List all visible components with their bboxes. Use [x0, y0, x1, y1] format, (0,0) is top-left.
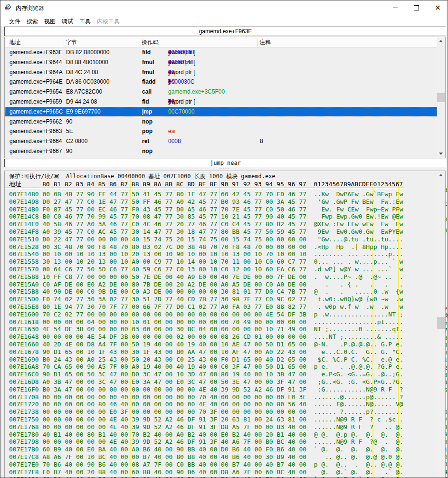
- hex-row[interactable]: 007E16A8 70 CA 65 00 90 A5 7F 00 A0 19 4…: [9, 363, 444, 371]
- hexview-scrollbar[interactable]: [437, 171, 445, 478]
- instruction-mnemonic: ret: [142, 136, 149, 146]
- app-icon: ⚙: [5, 3, 13, 11]
- hex-row[interactable]: 007E1540 00 10 00 10 10 13 00 10 20 13 0…: [9, 250, 444, 258]
- hex-row[interactable]: 007E1510 D0 22 47 77 00 00 00 00 40 15 7…: [9, 236, 444, 243]
- hex-row[interactable]: 007E16D8 A0 3B 47 00 00 3C 47 00 E0 3A 4…: [9, 378, 444, 386]
- hex-row[interactable]: 007E14F8 A0 39 45 77 C0 AC 45 77 30 14 4…: [9, 228, 444, 236]
- scroll-up-icon[interactable]: [437, 171, 445, 179]
- hexview-scroll-thumb[interactable]: [437, 317, 445, 329]
- hex-row[interactable]: 007E1678 90 D1 65 00 10 1F 43 00 30 1F 4…: [9, 348, 444, 356]
- background-text-fragment: 0: [446, 228, 448, 234]
- column-address: 地址: [9, 38, 20, 47]
- background-text-fragment: 文: [446, 312, 448, 319]
- minimize-button[interactable]: [384, 0, 406, 15]
- disasm-row[interactable]: gamemd.exe+F966790nop: [5, 146, 437, 156]
- hex-row[interactable]: 007E1810 60 B6 40 00 10 B6 40 00 50 B1 4…: [9, 476, 444, 478]
- hex-row[interactable]: 007E1558 30 13 00 10 20 13 00 10 A0 00 C…: [9, 258, 444, 266]
- menu-item-2[interactable]: 视图: [42, 17, 58, 27]
- disasm-row[interactable]: gamemd.exe+F9654E8 A7C82C00callgamemd.ex…: [5, 87, 437, 96]
- hex-row[interactable]: 007E1690 B0 24 43 00 A0 25 43 00 50 20 4…: [9, 356, 444, 363]
- background-text-fragment: 5: [446, 387, 448, 393]
- background-text-fragment: 0: [446, 439, 448, 445]
- disasm-row[interactable]: gamemd.exe+F96635Epopesi: [5, 126, 437, 136]
- disasm-row[interactable]: gamemd.exe+F963EDB 82 B8000000filddword …: [5, 48, 437, 57]
- hex-row[interactable]: 007E1750 00 00 00 00 00 00 4E 40 39 9D 5…: [9, 416, 444, 423]
- background-text-fragment: 5: [446, 476, 448, 478]
- instruction-mnemonic: nop: [142, 117, 153, 126]
- scroll-up-icon[interactable]: [437, 37, 445, 45]
- background-text-fragment: 1: [446, 357, 448, 363]
- menu-item-3[interactable]: 调试: [59, 17, 76, 27]
- disasm-row[interactable]: gamemd.exe+F9644D8 88 48010000fmuldword …: [5, 57, 437, 67]
- hex-row[interactable]: 007E1780 40 B1 40 00 80 B1 40 00 70 B2 4…: [9, 431, 444, 439]
- disasm-row[interactable]: gamemd.exe+F964EDA 86 0C030000fiadd[esi+…: [5, 77, 437, 86]
- disasm-row[interactable]: gamemd.exe+F966290nop: [5, 117, 437, 126]
- background-text-fragment: 8: [446, 424, 448, 430]
- background-text-fragment: 7: [446, 417, 448, 423]
- hex-row[interactable]: 007E1798 00 00 00 00 00 00 4E 40 39 9D 5…: [9, 438, 444, 446]
- background-text-fragment: 0: [446, 217, 448, 223]
- close-button[interactable]: ×: [427, 0, 448, 15]
- hex-address-label: 地址: [9, 180, 21, 189]
- hex-row[interactable]: 007E1660 40 2D 4E 00 D8 A4 7F 00 50 19 4…: [9, 341, 444, 348]
- instruction-address: gamemd.exe+F9662: [10, 117, 62, 126]
- hex-row[interactable]: 007E15B8 40 90 DE 00 C0 9B DE 00 C0 A3 D…: [9, 288, 444, 296]
- instruction-mnemonic: fmul: [142, 57, 154, 67]
- hex-row[interactable]: 007E14E0 40 58 46 77 A0 3A 46 77 C0 4C 4…: [9, 220, 444, 228]
- hex-row[interactable]: 007E1588 10 FF C8 77 00 00 00 00 50 7E D…: [9, 273, 444, 281]
- hex-row[interactable]: 007E1768 00 00 00 00 00 00 4E 40 39 9D 5…: [9, 423, 444, 431]
- menu-item-1[interactable]: 搜索: [24, 17, 40, 27]
- hex-row[interactable]: 007E17C8 A8 A6 7F 00 10 BC 40 00 00 B7 4…: [9, 453, 444, 461]
- instruction-bytes: D8 4C 24 08: [66, 67, 98, 77]
- hex-row[interactable]: 007E17B0 60 B9 40 00 E0 BA 40 00 A0 B6 4…: [9, 446, 444, 453]
- hex-row[interactable]: 007E1570 00 64 C6 77 50 5D C6 77 40 59 C…: [9, 266, 444, 273]
- hex-row[interactable]: 007E1630 4E 54 DF 3B 00 00 00 00 03 00 0…: [9, 325, 444, 333]
- instruction-bytes: 90: [66, 146, 72, 156]
- background-text-fragment: 6: [446, 320, 448, 326]
- background-text-fragment: 4: [446, 469, 448, 475]
- disasm-row[interactable]: gamemd.exe+F9659D9 44 24 08flddword ptr …: [5, 97, 437, 106]
- instruction-mnemonic: fiadd: [142, 77, 156, 86]
- instruction-bytes: E9 9E697700: [66, 107, 101, 116]
- disasm-row[interactable]: gamemd.exe+F965CE9 9E697700jmp00C70000: [5, 107, 437, 116]
- instruction-mnemonic: call: [142, 87, 152, 96]
- maximize-button[interactable]: [406, 0, 427, 15]
- hex-row[interactable]: 007E1480 00 0B 4B 77 90 FF 44 77 50 41 4…: [9, 191, 444, 198]
- instruction-address: gamemd.exe+F965C: [10, 107, 63, 116]
- hex-row[interactable]: 007E1738 00 00 00 00 00 00 E0 3F 00 00 0…: [9, 408, 444, 416]
- hex-row[interactable]: 007E15E8 80 1E 94 77 30 70 7F 77 00 66 7…: [9, 303, 444, 311]
- hex-row[interactable]: 007E16C0 90 D1 65 00 50 3C 47 00 D0 3C 4…: [9, 371, 444, 378]
- hex-row[interactable]: 007E1498 D0 27 47 77 C0 1E 47 77 50 FF 4…: [9, 198, 444, 206]
- instruction-address: gamemd.exe+F9654: [10, 87, 62, 96]
- hex-row[interactable]: 007E15A0 C0 AF DE 00 E0 A2 DE 00 80 7B D…: [9, 281, 444, 288]
- instruction-comment: 8: [260, 136, 263, 146]
- menu-item-0[interactable]: 文件: [7, 17, 23, 27]
- instruction-bytes: 5E: [66, 126, 73, 136]
- background-text-fragment: 4: [446, 380, 448, 386]
- splitter-handle[interactable]: ······: [0, 167, 448, 170]
- disasm-row[interactable]: gamemd.exe+F964AD8 4C 24 08fmuldword ptr…: [5, 67, 437, 77]
- disasm-row[interactable]: gamemd.exe+F9664C2 0800ret00088: [5, 136, 437, 146]
- instruction-address: gamemd.exe+F9664: [10, 136, 62, 146]
- background-text-fragment: d: [446, 187, 448, 193]
- hex-row[interactable]: 007E16F0 B0 3A 47 00 00 00 00 00 00 00 0…: [9, 386, 444, 393]
- hex-row[interactable]: 007E1648 00 00 00 00 4E 54 DF 3B 00 00 0…: [9, 333, 444, 341]
- menu-item-4[interactable]: 工具: [77, 17, 93, 27]
- hex-row[interactable]: 007E1708 00 00 00 00 00 00 00 40 00 00 0…: [9, 393, 444, 401]
- instruction-bytes: 90: [66, 117, 72, 126]
- hex-row[interactable]: 007E1600 70 C2 02 77 00 00 00 00 00 00 0…: [9, 311, 444, 318]
- disassembler-scroll-thumb[interactable]: [437, 93, 445, 102]
- hex-row[interactable]: 007E14C8 B0 C0 46 77 70 99 45 77 70 08 4…: [9, 213, 444, 220]
- hex-row[interactable]: 007E15D0 F0 74 02 77 30 3A 02 77 30 51 7…: [9, 296, 444, 303]
- background-text-fragment: 1: [446, 447, 448, 453]
- background-window-sliver: dC000✱文67890123456789012345: [446, 0, 448, 478]
- hex-row[interactable]: 007E17F8 F0 B7 40 00 20 B8 40 00 60 B8 4…: [9, 468, 444, 476]
- scroll-down-icon[interactable]: [437, 150, 445, 158]
- disassembler-scrollbar[interactable]: [437, 37, 445, 158]
- hex-row[interactable]: 007E17E0 70 B6 40 00 90 B6 40 00 08 A7 7…: [9, 461, 444, 468]
- hex-row[interactable]: 007E14B0 F0 87 45 77 00 EC 46 77 F0 43 4…: [9, 206, 444, 213]
- hex-row[interactable]: 007E1528 00 3C 48 70 90 F8 48 70 80 B3 0…: [9, 243, 444, 251]
- hex-row[interactable]: 007E1720 00 00 00 00 00 80 46 40 00 00 0…: [9, 401, 444, 408]
- instruction-mnemonic: fmul: [142, 67, 154, 77]
- hex-row[interactable]: 007E1618 00 00 00 00 04 00 00 00 10 01 0…: [9, 318, 444, 326]
